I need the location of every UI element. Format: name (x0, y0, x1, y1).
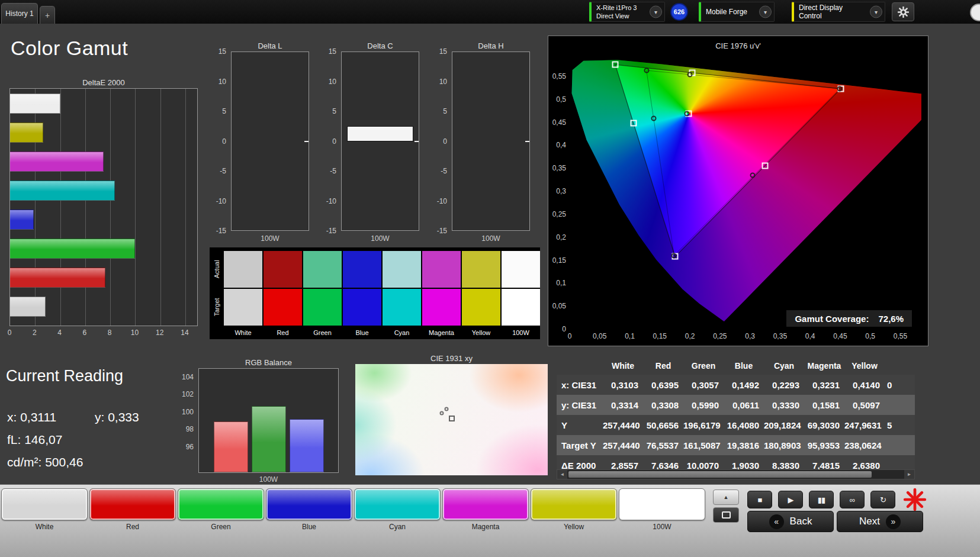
table-cell: 0,3308 (643, 400, 683, 410)
window-circle-icon[interactable] (970, 4, 980, 21)
rgb-balance-chart: RGB Balance 1041021009896 100W (198, 358, 339, 484)
table-cell: 95,9353 (804, 440, 844, 450)
rgb-plot (198, 368, 339, 473)
chevron-down-icon[interactable]: ▾ (650, 6, 662, 18)
table-row[interactable]: x: CIE310,31030,63950,30570,14920,22930,… (557, 375, 915, 395)
data-table: WhiteRedGreenBlueCyanMagentaYellowx: CIE… (557, 357, 915, 469)
row-label: x: CIE31 (557, 380, 603, 390)
y-tick-label: -10 (326, 197, 336, 205)
y-tick-label: 0,15 (552, 256, 566, 265)
scroll-thumb[interactable] (568, 471, 872, 478)
pattern-swatch-magenta[interactable] (442, 488, 529, 520)
swatch-label: Yellow (462, 329, 500, 336)
pause-button[interactable]: ▮▮ (809, 491, 834, 508)
actual-swatch-cyan (383, 251, 421, 288)
scroll-left-icon[interactable]: ◄ (557, 470, 567, 479)
measured-point (440, 411, 444, 415)
pattern-swatch-yellow[interactable] (531, 488, 617, 520)
display-dropdown[interactable]: Direct Display Control ▾ (792, 2, 885, 22)
meter-dropdown[interactable]: X-Rite i1Pro 3 Direct View ▾ (589, 2, 665, 22)
x-tick-label: 0,35 (773, 332, 787, 340)
table-hscrollbar[interactable]: ◄ ► (557, 469, 915, 479)
y-tick-label: 0 (222, 137, 226, 146)
x-tick-label: 0,1 (625, 332, 635, 340)
deltae-bar-cyan (10, 181, 115, 201)
row-label: Y (557, 420, 603, 430)
chart-title: RGB Balance (198, 358, 339, 367)
column-header: Yellow (844, 361, 885, 371)
actual-swatch-magenta (422, 251, 461, 288)
tab-history[interactable]: History 1 (1, 3, 38, 24)
y-tick-label: 0,2 (556, 233, 566, 242)
gridline (85, 89, 86, 326)
y-tick-label: 0,1 (556, 279, 566, 287)
play-button[interactable]: ▶ (778, 491, 803, 508)
scroll-right-icon[interactable]: ► (904, 470, 914, 479)
pattern-swatch-white[interactable] (1, 488, 88, 520)
source-dropdown[interactable]: Mobile Forge ▾ (699, 2, 775, 22)
reading-x: x: 0,3111 (7, 410, 56, 424)
panel-expand-button[interactable]: ▲ (713, 490, 739, 505)
pattern-swatch-label: Green (178, 523, 264, 531)
bottom-bar: ▲ « Back Next » WhiteRedGreenBlueCyanMag… (0, 484, 980, 557)
x-tick-label: 0,15 (653, 332, 667, 340)
gamut-triangle-svg (570, 54, 921, 329)
x-axis-label: 100W (231, 234, 309, 243)
x-tick-label: 0,45 (833, 332, 847, 340)
swatch-label: Blue (343, 329, 381, 336)
table-row[interactable]: Y257,444050,6656196,617916,4080209,18246… (557, 415, 915, 435)
refresh-button[interactable]: ↻ (870, 491, 895, 508)
pattern-window-button[interactable] (713, 507, 739, 523)
next-button[interactable]: Next » (837, 511, 923, 532)
back-button[interactable]: « Back (747, 511, 834, 532)
measured-point-magenta (750, 173, 755, 178)
target-swatch-white (224, 289, 262, 326)
x-tick-label: 2 (33, 329, 37, 337)
pattern-swatch-blue[interactable] (266, 488, 352, 520)
pattern-swatch-100w[interactable] (619, 488, 705, 520)
stop-button[interactable]: ■ (747, 491, 772, 508)
x-tick-label: 12 (156, 329, 163, 337)
y-tick-label: -10 (437, 197, 447, 205)
rgb-bar-blue (290, 419, 324, 472)
y-tick-label: 102 (182, 390, 194, 398)
column-header: Green (683, 361, 724, 371)
target-point (449, 416, 455, 421)
target-swatch-blue (343, 289, 381, 326)
delta-l-chart: Delta L 151050-5-10-15 100W (231, 41, 309, 243)
coverage-label: Gamut Coverage: (795, 314, 869, 324)
actual-swatch-white (224, 251, 262, 288)
counter-badge: 626 (670, 3, 688, 21)
target-swatch-green (303, 289, 342, 326)
settings-button[interactable] (892, 2, 914, 21)
table-row[interactable]: y: CIE310,33140,33080,59900,06110,33300,… (557, 395, 915, 415)
y-tick-label: 0,55 (552, 72, 566, 81)
chevron-down-icon[interactable]: ▾ (870, 6, 882, 18)
x-tick-label: 4 (57, 329, 62, 337)
actual-swatch-yellow (462, 251, 500, 288)
actual-swatch-100w (502, 251, 540, 288)
pattern-swatch-red[interactable] (89, 488, 176, 520)
table-cell: 10,0070 (683, 461, 724, 470)
y-tick-label: 15 (219, 47, 226, 56)
add-tab-button[interactable]: + (40, 6, 55, 24)
table-cell: 16,4080 (724, 420, 764, 430)
scroll-track[interactable] (567, 470, 904, 479)
table-cell: 0,3314 (603, 400, 643, 410)
continuous-button[interactable]: ∞ (840, 491, 865, 508)
source-label: Mobile Forge (706, 8, 747, 16)
tab-history-label: History 1 (5, 9, 33, 18)
chevron-down-icon[interactable]: ▾ (759, 6, 772, 18)
table-row[interactable]: Target Y257,444076,5537161,508719,381618… (557, 435, 915, 455)
y-tick-label: 10 (329, 78, 336, 86)
pattern-swatch-cyan[interactable] (354, 488, 441, 520)
table-cell: 2,8557 (603, 461, 643, 470)
table-row[interactable]: ΔE 20002,85577,634610,00701,90308,38307,… (557, 455, 915, 469)
delta-h-chart: Delta H 151050-5-10-15 100W (452, 41, 530, 243)
table-cell: 50,6656 (643, 420, 683, 430)
pattern-swatch-green[interactable] (178, 488, 264, 520)
column-header: Red (643, 361, 683, 371)
table-cell: 196,6179 (683, 420, 724, 430)
table-cell: 209,1824 (764, 420, 804, 430)
y-tick-label: 0 (332, 137, 336, 146)
